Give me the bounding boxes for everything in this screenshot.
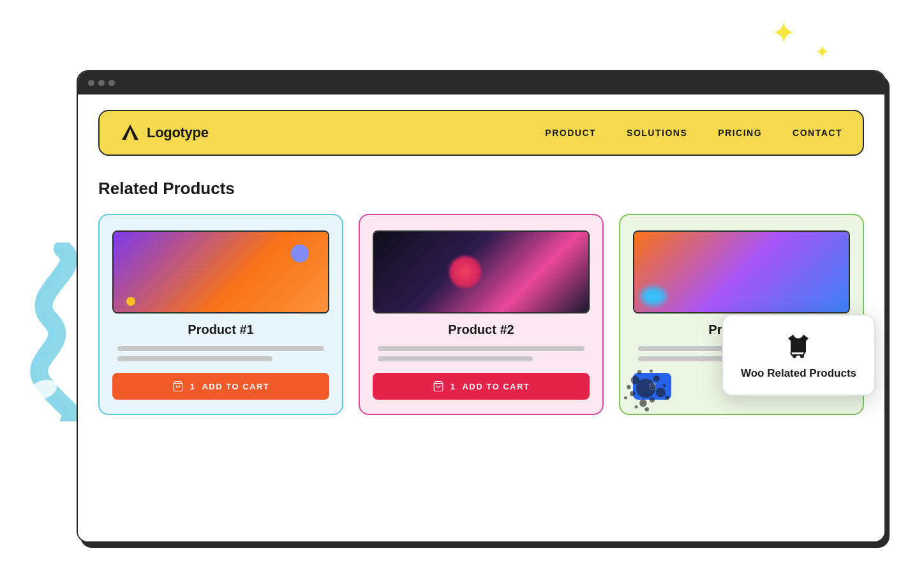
product-card-3: Product #3 (619, 214, 864, 415)
product-3-image (633, 230, 850, 313)
svg-point-20 (635, 405, 638, 409)
product-2-desc (373, 346, 590, 361)
product-2-image (373, 230, 590, 313)
svg-point-19 (645, 407, 649, 412)
star-large-decoration: ✦ (771, 18, 796, 49)
woo-icon (783, 329, 814, 360)
add-to-cart-button-2[interactable]: 1 ADD TO CART (373, 373, 590, 400)
woo-tooltip-card: Woo Related Products (722, 314, 876, 396)
cart-icon-1 (172, 381, 184, 392)
browser-dot-2 (98, 80, 105, 86)
product-grid: Product #1 1 ADD TO CART (98, 214, 864, 415)
product-2-name: Product #2 (448, 322, 514, 337)
cart-icon-3 (648, 381, 656, 392)
product-1-desc (112, 346, 329, 361)
add-to-cart-label-1: ADD TO CART (202, 382, 269, 391)
add-to-cart-qty-1: 1 (190, 382, 196, 391)
logo-text: Logotype (147, 124, 209, 141)
browser-content: Logotype PRODUCT SOLUTIONS PRICING CONTA… (78, 94, 884, 541)
nav-solutions[interactable]: SOLUTIONS (627, 128, 687, 138)
browser-titlebar (78, 72, 884, 94)
browser-window: Logotype PRODUCT SOLUTIONS PRICING CONTA… (77, 70, 886, 543)
browser-dot-3 (108, 80, 115, 86)
product-card-2: Product #2 1 ADD TO CART (359, 214, 604, 415)
woo-tooltip-title: Woo Related Products (741, 366, 856, 381)
add-to-cart-label-2: ADD TO CART (462, 382, 530, 391)
desc-line-2 (117, 356, 272, 361)
navbar: Logotype PRODUCT SOLUTIONS PRICING CONTA… (98, 110, 864, 156)
cart-icon-2 (433, 381, 444, 392)
logo-group: Logotype (120, 123, 209, 143)
desc-line-3 (378, 346, 585, 351)
product-card-1: Product #1 1 ADD TO CART (98, 214, 343, 415)
svg-point-11 (639, 400, 647, 407)
section-title: Related Products (98, 179, 864, 199)
browser-dot-1 (88, 80, 94, 86)
svg-point-13 (627, 385, 631, 389)
nav-pricing[interactable]: PRICING (718, 128, 762, 138)
nav-contact[interactable]: CONTACT (793, 128, 842, 138)
add-to-cart-qty-2: 1 (451, 382, 456, 391)
desc-line-1 (117, 346, 324, 351)
product-1-name: Product #1 (188, 322, 253, 337)
product-1-image (112, 230, 329, 313)
desc-line-4 (378, 356, 533, 361)
navbar-links: PRODUCT SOLUTIONS PRICING CONTACT (545, 128, 842, 138)
add-to-cart-button-3[interactable] (633, 373, 671, 400)
star-small-decoration: ✦ (815, 43, 830, 61)
svg-point-17 (624, 396, 627, 400)
logo-icon (120, 123, 140, 143)
add-to-cart-button-1[interactable]: 1 ADD TO CART (112, 373, 329, 400)
nav-product[interactable]: PRODUCT (545, 128, 596, 138)
